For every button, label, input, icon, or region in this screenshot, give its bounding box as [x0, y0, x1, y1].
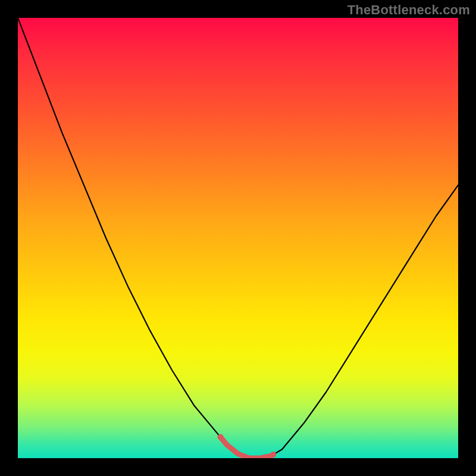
trough-highlight: [220, 437, 273, 458]
trough-highlight-dot-right: [270, 452, 276, 458]
curve-layer: [18, 18, 458, 458]
trough-highlight-dot-left: [217, 434, 223, 440]
chart-frame: TheBottleneck.com: [0, 0, 476, 476]
watermark-text: TheBottleneck.com: [347, 2, 470, 18]
plot-area: [18, 18, 458, 458]
bottleneck-curve: [18, 18, 458, 458]
